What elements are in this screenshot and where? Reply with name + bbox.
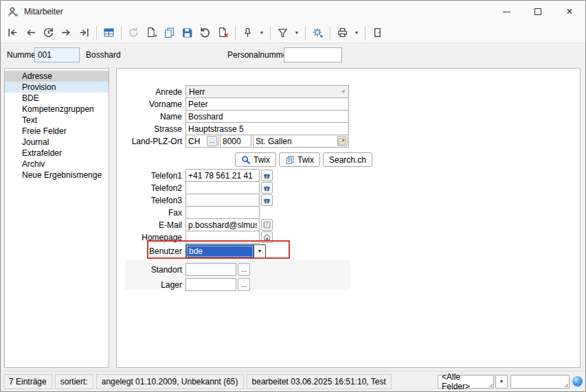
land-lookup-button[interactable]: ... xyxy=(207,136,217,146)
minimize-button[interactable] xyxy=(491,1,522,23)
benutzer-dropdown-button[interactable]: ▼ xyxy=(253,245,265,257)
new-record-icon xyxy=(146,27,157,38)
email-label: E-Mail xyxy=(117,220,185,230)
land-field-group: CH ... xyxy=(185,135,218,148)
sidebar-item-kompetenzgruppen[interactable]: Kompetenzgruppen xyxy=(5,104,109,115)
vorname-input[interactable] xyxy=(185,97,349,111)
quick-search-input[interactable] xyxy=(510,375,570,389)
nummer-input[interactable] xyxy=(34,47,80,62)
name-input[interactable] xyxy=(185,110,349,123)
print-icon xyxy=(337,27,348,38)
telefon3-label: Telefon3 xyxy=(117,196,185,205)
sidebar-item-journal[interactable]: Journal xyxy=(5,137,109,148)
home-icon xyxy=(262,233,271,242)
ort-value: St. Gallen xyxy=(253,137,292,146)
anrede-combobox[interactable]: Herr ▼ xyxy=(185,85,349,98)
copy-record-button[interactable] xyxy=(161,25,178,41)
dial-telefon1-button[interactable] xyxy=(261,170,273,181)
phone-icon xyxy=(262,171,271,180)
sidebar-item-bde[interactable]: BDE xyxy=(5,93,109,104)
next-record-button[interactable] xyxy=(58,25,75,41)
refresh-button[interactable] xyxy=(125,25,142,41)
first-record-button[interactable] xyxy=(4,25,21,41)
toolbar-separator xyxy=(235,26,236,40)
telefon3-input[interactable] xyxy=(185,194,260,207)
exit-door-icon xyxy=(372,27,383,38)
previous-record-button[interactable] xyxy=(22,25,39,41)
field-filter-select[interactable]: <Alle Felder> xyxy=(438,375,494,389)
email-contact-icon xyxy=(262,220,271,229)
field-filter-dropdown-button[interactable]: ▼ xyxy=(495,375,508,389)
anrede-row: Anrede Herr ▼ xyxy=(117,85,349,98)
send-email-button[interactable] xyxy=(261,219,273,231)
undo-button[interactable] xyxy=(196,25,214,41)
print-button[interactable] xyxy=(334,25,351,41)
benutzer-combobox[interactable]: bde ▼ xyxy=(185,244,266,258)
sidebar-nav: Adresse Provision BDE Kompetenzgruppen T… xyxy=(4,68,109,368)
delete-record-button[interactable] xyxy=(214,25,232,41)
last-record-button[interactable] xyxy=(76,25,93,41)
telefon2-input[interactable] xyxy=(185,181,260,194)
vorname-label: Vorname xyxy=(117,100,185,109)
toolbar-separator xyxy=(305,26,306,40)
telefon1-input[interactable] xyxy=(185,169,260,182)
maximize-button[interactable] xyxy=(522,1,554,23)
lager-input[interactable] xyxy=(185,278,236,291)
table-view-button[interactable] xyxy=(100,25,117,41)
previous-record-icon xyxy=(25,27,36,38)
phone-icon xyxy=(262,196,271,205)
exit-button[interactable] xyxy=(369,25,386,41)
sidebar-item-neue-ergebnismenge[interactable]: Neue Ergebnismenge xyxy=(5,170,109,181)
settings-add-button[interactable] xyxy=(309,25,326,41)
save-record-button[interactable] xyxy=(179,25,196,41)
dial-telefon3-button[interactable] xyxy=(261,194,273,206)
standort-lookup-button[interactable]: ... xyxy=(238,263,250,276)
sidebar-item-freie-felder[interactable]: Freie Felder xyxy=(5,126,109,137)
pin-button[interactable] xyxy=(239,25,256,41)
personalnummer-input[interactable] xyxy=(284,47,342,62)
search-ch-button[interactable]: Search.ch xyxy=(323,152,372,167)
created-info: angelegt 01.10.2009, Unbekannt (65) xyxy=(102,377,238,387)
dial-telefon2-button[interactable] xyxy=(261,182,273,194)
filter-dropdown-button[interactable]: ▼ xyxy=(292,25,302,41)
status-bar: 7 Einträge sortiert: angelegt 01.10.2009… xyxy=(1,371,585,391)
sorted-cell: sortiert: xyxy=(55,374,93,389)
fax-input[interactable] xyxy=(185,206,260,219)
filter-button[interactable] xyxy=(274,25,291,41)
recent-records-button[interactable] xyxy=(40,25,57,41)
twix-copy-label: Twix xyxy=(297,155,314,165)
undo-icon xyxy=(199,27,211,38)
open-homepage-button[interactable] xyxy=(261,231,273,243)
strasse-input[interactable] xyxy=(185,122,349,135)
email-input[interactable] xyxy=(185,218,260,231)
copy-record-icon xyxy=(164,27,175,38)
twix-search-button[interactable]: Twix xyxy=(235,152,276,167)
name-label: Name xyxy=(117,112,185,122)
lager-label: Lager xyxy=(117,280,185,290)
toolbar-separator xyxy=(330,26,330,40)
map-button[interactable] xyxy=(337,136,348,146)
telefon1-row: Telefon1 xyxy=(117,169,273,182)
global-search-globe-button[interactable] xyxy=(572,376,583,387)
pin-dropdown-button[interactable]: ▼ xyxy=(257,25,267,41)
twix-copy-button[interactable]: Twix xyxy=(279,152,320,167)
sidebar-item-extrafelder[interactable]: Extrafelder xyxy=(5,148,109,159)
close-button[interactable]: × xyxy=(554,1,585,23)
first-record-icon xyxy=(7,27,19,38)
sidebar-item-text[interactable]: Text xyxy=(5,115,109,126)
new-record-button[interactable] xyxy=(143,25,160,41)
standort-input[interactable] xyxy=(185,263,236,276)
sidebar-item-archiv[interactable]: Archiv xyxy=(5,159,109,170)
sidebar-item-provision[interactable]: Provision xyxy=(5,82,109,93)
app-window: Mitarbeiter × ▼ ▼ ▼ xyxy=(0,0,586,392)
twix-search-label: Twix xyxy=(253,155,270,165)
sidebar-item-adresse[interactable]: Adresse xyxy=(5,71,109,82)
pin-icon xyxy=(242,27,253,38)
toolbar-separator xyxy=(270,26,271,40)
homepage-input[interactable] xyxy=(185,231,260,244)
benutzer-row: Benutzer bde ▼ xyxy=(117,244,266,257)
sorted-label: sortiert: xyxy=(60,377,88,387)
lager-lookup-button[interactable]: ... xyxy=(238,278,250,291)
plz-input[interactable] xyxy=(220,135,251,148)
print-dropdown-button[interactable]: ▼ xyxy=(352,25,361,41)
